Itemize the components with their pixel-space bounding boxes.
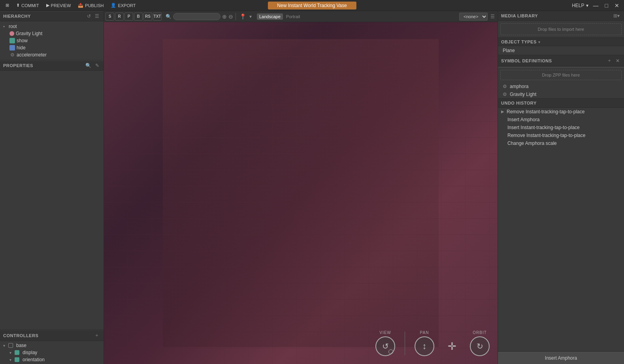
hierarchy-item-hide[interactable]: hide	[0, 44, 104, 51]
undo-item-insert-instant[interactable]: Insert Instant-tracking-tap-to-place	[498, 124, 624, 131]
undo-item-remove-instant2-label: Remove Instant-tracking-tap-to-place	[507, 133, 585, 138]
orientation-icon	[15, 357, 19, 362]
main-layout: HIERARCHY ↺ ☰ ▾ root Gravity Light	[0, 11, 624, 364]
object-types-header: OBJECT TYPES ▾	[498, 38, 624, 46]
view-rotate-icon: ↺	[382, 341, 389, 351]
properties-header: PROPERTIES 🔍 ✎	[0, 60, 104, 71]
controllers-title: CONTROLLERS	[3, 333, 38, 338]
tool-r-button[interactable]: R	[115, 13, 124, 21]
hide-icon	[9, 45, 15, 51]
preview-button[interactable]: ▶ PREVIEW	[43, 2, 74, 9]
gravity-light-gear-icon: ⚙	[503, 92, 507, 97]
hierarchy-refresh-button[interactable]: ↺	[86, 13, 92, 19]
orbit-control-group: ORBIT ↻	[470, 330, 490, 356]
pan-control-label: PAN	[420, 330, 429, 335]
canvas-view-modes: Landscape Portrait	[257, 13, 302, 20]
hierarchy-item-show[interactable]: show	[0, 37, 104, 44]
tool-rs-button[interactable]: RS	[143, 13, 152, 21]
minimize-button[interactable]: —	[592, 2, 600, 9]
controllers-list: ▾ base ▾ display ▾ orientation	[0, 341, 104, 364]
portrait-button[interactable]: Portrait	[284, 13, 302, 20]
orientation-label: orientation	[23, 357, 45, 362]
commit-button[interactable]: ⬆ COMMIT	[13, 2, 42, 9]
object-types-section: OBJECT TYPES ▾ Plane	[498, 38, 624, 55]
hierarchy-header: HIERARCHY ↺ ☰	[0, 11, 104, 21]
symbol-def-add-button[interactable]: ＋	[606, 57, 613, 64]
media-library-drop-text: Drop files to import here	[538, 27, 584, 32]
undo-item-change-amphora[interactable]: Change Amphora scale	[498, 139, 624, 147]
root-arrow-icon: ▾	[3, 25, 7, 28]
controller-item-base[interactable]: ▾ base	[0, 342, 104, 349]
symbol-item-amphora[interactable]: ⚙ amphora	[498, 83, 624, 90]
hierarchy-item-accelerometer[interactable]: ⚙ accelerometer	[0, 51, 104, 58]
symbol-definitions-header: SYMBOL DEFINITIONS ＋ ✕	[498, 55, 624, 66]
gravity-light-icon	[9, 31, 14, 36]
publish-button[interactable]: 📤 PUBLISH	[75, 2, 107, 9]
display-arrow-icon: ▾	[9, 351, 11, 355]
canvas-toolbar-divider	[236, 13, 236, 20]
object-types-list: Plane	[498, 46, 624, 55]
canvas-location-chevron-button[interactable]: ▾	[248, 13, 253, 20]
accelerometer-label: accelerometer	[17, 52, 47, 58]
object-type-plane[interactable]: Plane	[498, 46, 624, 55]
controllers-section: CONTROLLERS ＋ ▾ base ▾ display ▾	[0, 329, 104, 364]
properties-title: PROPERTIES	[3, 63, 33, 68]
undo-history-header: UNDO HISTORY	[498, 99, 624, 108]
symbol-item-gravity-light[interactable]: ⚙ Gravity Light	[498, 90, 624, 98]
controllers-header: CONTROLLERS ＋	[0, 330, 104, 341]
orbit-control-button[interactable]: ↻	[470, 336, 490, 356]
project-title: New Instant World Tracking Vase	[268, 2, 356, 9]
symbol-def-drop-zone[interactable]: Drop ZPP files here	[500, 70, 622, 80]
controllers-add-button[interactable]: ＋	[93, 332, 100, 339]
undo-item-insert-instant-label: Insert Instant-tracking-tap-to-place	[507, 125, 580, 130]
canvas-location-button[interactable]: 📍	[238, 13, 247, 20]
display-icon	[15, 350, 19, 355]
media-library-drop-zone[interactable]: Drop files to import here	[500, 23, 622, 35]
commit-icon: ⬆	[16, 3, 20, 8]
help-button[interactable]: HELP ▾	[572, 3, 588, 8]
orbit-control-label: ORBIT	[473, 330, 487, 335]
undo-item-arrow-icon: ▶	[501, 109, 504, 114]
controller-item-display[interactable]: ▾ display	[0, 349, 104, 356]
symbol-def-close-button[interactable]: ✕	[615, 57, 621, 64]
hierarchy-item-root[interactable]: ▾ root	[0, 23, 104, 30]
symbol-definitions-section: SYMBOL DEFINITIONS ＋ ✕ Drop ZPP files he…	[498, 55, 624, 98]
undo-item-remove-instant2[interactable]: Remove Instant-tracking-tap-to-place	[498, 131, 624, 139]
properties-edit-button[interactable]: ✎	[94, 62, 100, 69]
undo-history-section: UNDO HISTORY ▶ Remove Instant-tracking-t…	[498, 98, 624, 351]
left-panel: HIERARCHY ↺ ☰ ▾ root Gravity Light	[0, 11, 104, 364]
export-button[interactable]: 👤 EXPORT	[107, 2, 139, 9]
symbol-definitions-title: SYMBOL DEFINITIONS	[501, 58, 552, 63]
move-control-button[interactable]: ✛	[442, 336, 462, 356]
canvas-right-menu-button[interactable]: ☰	[489, 13, 496, 20]
insert-amphora-button[interactable]: Insert Amphora	[498, 352, 624, 364]
controller-item-orientation[interactable]: ▾ orientation	[0, 356, 104, 363]
tool-b-button[interactable]: B	[134, 13, 143, 21]
undo-item-insert-amphora[interactable]: Insert Amphora	[498, 116, 624, 124]
canvas-dropdown[interactable]: <none>	[459, 13, 488, 21]
landscape-button[interactable]: Landscape	[257, 13, 283, 20]
tool-s-button[interactable]: S	[106, 13, 114, 21]
undo-item-insert-amphora-label: Insert Amphora	[507, 117, 539, 122]
pan-control-button[interactable]: ↕	[415, 336, 434, 356]
hierarchy-item-gravity-light[interactable]: Gravity Light	[0, 30, 104, 37]
app-menu-button[interactable]: ⊞	[2, 2, 12, 9]
canvas-toolbar-right: <none> ☰	[459, 13, 496, 21]
canvas-controls: VIEW ↺ PAN ↕ -	[375, 330, 490, 356]
app-menu-icon: ⊞	[6, 3, 9, 8]
show-label: show	[17, 38, 28, 43]
tool-txt-button[interactable]: TXT	[153, 13, 162, 21]
canvas-search-end-icon: ⊖	[228, 13, 233, 20]
amphora-gear-icon: ⚙	[503, 84, 507, 89]
restore-button[interactable]: □	[603, 2, 610, 9]
canvas-search-input[interactable]	[173, 13, 221, 20]
hierarchy-menu-button[interactable]: ☰	[94, 13, 100, 19]
gravity-light-symbol-label: Gravity Light	[510, 92, 536, 97]
canvas-viewport[interactable]: VIEW ↺ PAN ↕ -	[104, 22, 498, 364]
view-control-button[interactable]: ↺	[375, 336, 395, 356]
properties-search-button[interactable]: 🔍	[84, 62, 92, 69]
tool-p-button[interactable]: P	[124, 13, 133, 21]
media-library-menu-button[interactable]: ⊞▾	[612, 13, 621, 19]
close-button[interactable]: ✕	[613, 2, 621, 9]
undo-item-remove-instant[interactable]: ▶ Remove Instant-tracking-tap-to-place	[498, 108, 624, 116]
